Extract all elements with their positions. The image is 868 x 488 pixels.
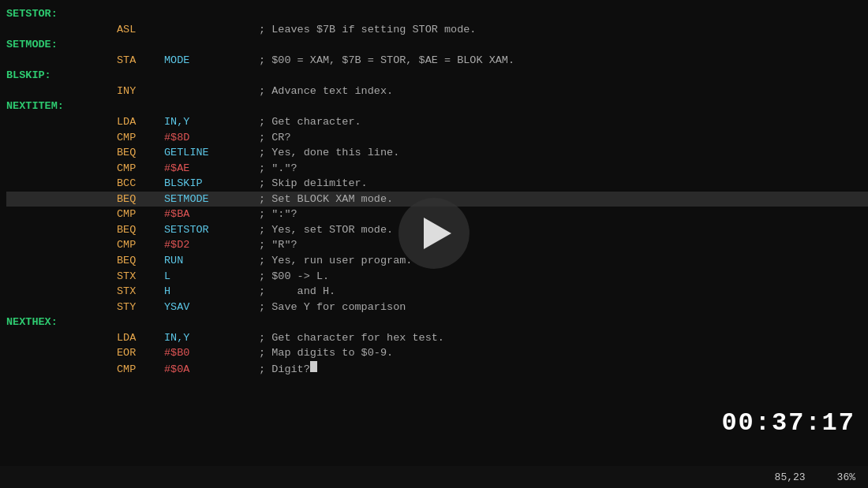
mnemonic: BEQ (117, 145, 164, 161)
comment: ; Get character. (259, 114, 361, 130)
indent-space (6, 22, 117, 38)
indent-space (6, 207, 117, 222)
comment: ; ":"? (259, 207, 297, 222)
mnemonic: CMP (117, 362, 164, 378)
operand: YSAV (164, 300, 259, 315)
main-container: SETSTOR: ASL; Leaves $7B if setting STOR… (0, 0, 868, 488)
indent-space (6, 130, 117, 146)
table-row: STXH; and H. (6, 284, 868, 300)
indent-space (6, 345, 117, 361)
comment: ; Map digits to $0-9. (259, 345, 393, 361)
table-row: SETMODE: (6, 37, 868, 53)
code-area: SETSTOR: ASL; Leaves $7B if setting STOR… (0, 0, 868, 466)
operand: #$8D (164, 130, 259, 146)
mnemonic: LDA (117, 330, 164, 346)
mnemonic: BEQ (117, 222, 164, 238)
scroll-percent: 36% (837, 471, 855, 483)
operand: RUN (164, 253, 259, 269)
mnemonic: CMP (117, 237, 164, 253)
indent-space (6, 300, 117, 315)
play-triangle-icon (424, 218, 451, 249)
mnemonic: ASL (117, 22, 164, 38)
comment: ; Save Y for comparison (259, 300, 406, 315)
indent-space (6, 145, 117, 161)
comment: ; Set BLOCK XAM mode. (259, 192, 393, 207)
indent-space (6, 114, 117, 130)
operand: SETMODE (164, 192, 259, 207)
comment: ; Digit? (259, 362, 310, 378)
table-row: INY; Advance text index. (6, 84, 868, 99)
mnemonic: INY (117, 84, 164, 99)
comment: ; $00 -> L. (259, 269, 329, 285)
label: SETSTOR: (6, 6, 117, 22)
operand: #$B0 (164, 345, 259, 361)
operand: IN,Y (164, 330, 259, 346)
mnemonic: EOR (117, 345, 164, 361)
mnemonic: STX (117, 269, 164, 285)
operand: BLSKIP (164, 176, 259, 192)
table-row: CMP#$0A; Digit? (6, 361, 868, 378)
table-row: LDAIN,Y; Get character. (6, 114, 868, 130)
mnemonic: CMP (117, 161, 164, 177)
comment: ; $00 = XAM, $7B = STOR, $AE = BLOK XAM. (259, 53, 514, 69)
table-row: BCCBLSKIP; Skip delimiter. (6, 176, 868, 192)
indent-space (6, 84, 117, 99)
table-row: BLSKIP: (6, 68, 868, 84)
cursor-position: 85,23 (775, 471, 806, 483)
table-row: SETSTOR: (6, 6, 868, 22)
indent-space (6, 192, 117, 207)
table-row: STAMODE; $00 = XAM, $7B = STOR, $AE = BL… (6, 53, 868, 69)
indent-space (6, 269, 117, 285)
mnemonic: CMP (117, 207, 164, 222)
mnemonic: STX (117, 284, 164, 300)
operand: #$D2 (164, 237, 259, 253)
mnemonic: CMP (117, 130, 164, 146)
comment: ; Yes, set STOR mode. (259, 222, 393, 238)
cursor (310, 361, 317, 372)
indent-space (6, 53, 117, 69)
label: SETMODE: (6, 37, 117, 53)
status-bar: 85,23 36% (0, 466, 868, 488)
operand: #$BA (164, 207, 259, 222)
mnemonic: BEQ (117, 192, 164, 207)
comment: ; Leaves $7B if setting STOR mode. (259, 22, 476, 38)
operand: L (164, 269, 259, 285)
table-row: CMP#$AE; "."? (6, 161, 868, 177)
mnemonic: BCC (117, 176, 164, 192)
operand: SETSTOR (164, 222, 259, 238)
operand: MODE (164, 53, 259, 69)
table-row: EOR#$B0; Map digits to $0-9. (6, 345, 868, 361)
label: BLSKIP: (6, 68, 117, 84)
table-row: STYYSAV; Save Y for comparison (6, 300, 868, 315)
mnemonic: LDA (117, 114, 164, 130)
comment: ; Yes, run user program. (259, 253, 412, 269)
comment: ; "R"? (259, 237, 297, 253)
operand: IN,Y (164, 114, 259, 130)
operand: #$AE (164, 161, 259, 177)
mnemonic: BEQ (117, 253, 164, 269)
comment: ; Advance text index. (259, 84, 393, 99)
table-row: STXL; $00 -> L. (6, 269, 868, 285)
table-row: NEXTITEM: (6, 99, 868, 114)
operand: #$0A (164, 362, 259, 378)
mnemonic: STA (117, 53, 164, 69)
table-row: LDAIN,Y; Get character for hex test. (6, 330, 868, 346)
table-row: ASL; Leaves $7B if setting STOR mode. (6, 22, 868, 38)
indent-space (6, 330, 117, 346)
table-row: BEQGETLINE; Yes, done this line. (6, 145, 868, 161)
comment: ; Skip delimiter. (259, 176, 368, 192)
table-row: CMP#$8D; CR? (6, 130, 868, 146)
play-button[interactable] (398, 198, 470, 269)
indent-space (6, 222, 117, 238)
comment: ; CR? (259, 130, 291, 146)
indent-space (6, 176, 117, 192)
comment: ; and H. (259, 284, 335, 300)
operand: GETLINE (164, 145, 259, 161)
indent-space (6, 284, 117, 300)
timer-display: 00:37:17 (721, 408, 855, 438)
comment: ; "."? (259, 161, 297, 177)
operand: H (164, 284, 259, 300)
indent-space (6, 253, 117, 269)
label: NEXTITEM: (6, 99, 117, 114)
table-row: NEXTHEX: (6, 315, 868, 330)
